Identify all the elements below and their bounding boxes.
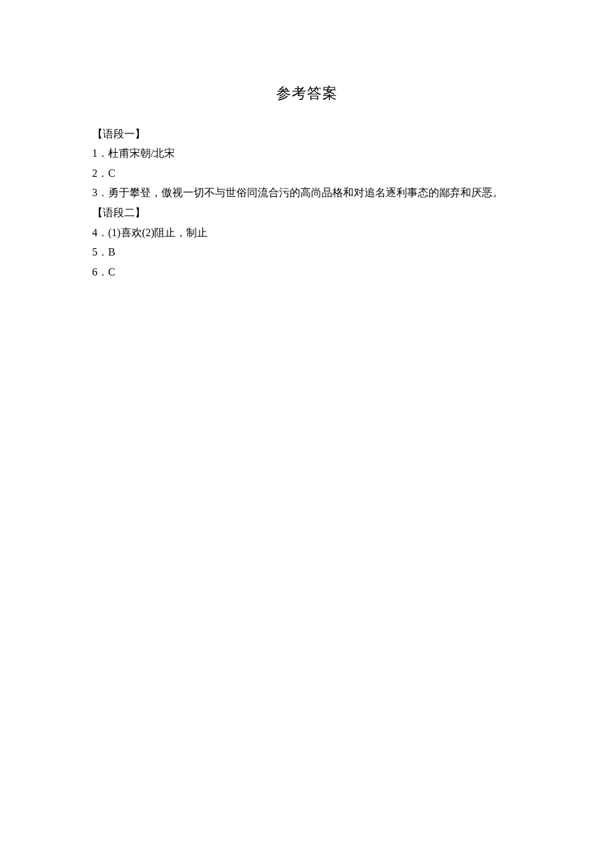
section-2-header: 【语段二】	[73, 203, 541, 223]
page-title: 参考答案	[73, 80, 541, 107]
answer-item-3: 3．勇于攀登，傲视一切不与世俗同流合污的高尚品格和对追名逐利事态的鄙弃和厌恶。	[73, 183, 541, 203]
answer-item-5: 5．B	[73, 242, 541, 262]
answer-item-4: 4．(1)喜欢(2)阻止，制止	[73, 223, 541, 243]
answer-item-2: 2．C	[73, 163, 541, 183]
answer-item-6: 6．C	[73, 262, 541, 282]
section-1-header: 【语段一】	[73, 124, 541, 144]
answer-item-1: 1．杜甫宋朝/北宋	[73, 143, 541, 163]
